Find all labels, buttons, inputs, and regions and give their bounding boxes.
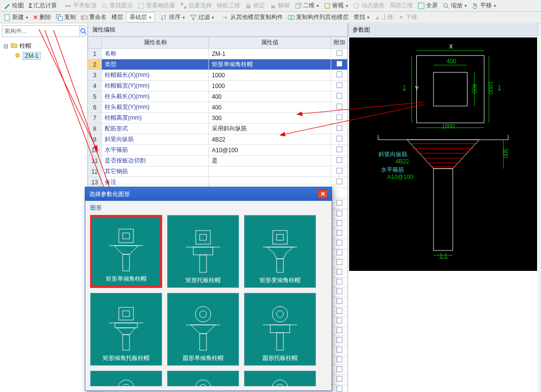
batch-icon <box>180 2 187 9</box>
svg-rect-54 <box>123 254 130 271</box>
search-box <box>2 25 85 37</box>
shape-card[interactable]: 圆形托板柱帽 <box>244 293 316 366</box>
table-row[interactable]: 12其它钢筋 <box>88 166 348 177</box>
table-row[interactable]: 13备注 <box>88 177 348 188</box>
table-row[interactable]: 1名称ZM-1 <box>88 49 348 59</box>
move-up-button[interactable]: ▲上移 <box>373 13 395 22</box>
sec-mark-1a: 1 <box>403 84 406 91</box>
fullscreen-button[interactable]: 全屏 <box>416 1 440 10</box>
svg-point-83 <box>195 380 211 386</box>
parameter-diagram: X Y 400 400 1000 1000 1 1 300 斜竖向纵筋 4B22… <box>349 37 537 271</box>
steel-qty-button[interactable]: 查看钢筋量 <box>136 1 177 10</box>
svg-rect-19 <box>288 16 291 19</box>
batch-select-button[interactable]: 批量选择 <box>178 1 214 10</box>
rebar3d-button[interactable]: 钢筋三维 <box>215 1 242 10</box>
lock-icon <box>245 2 252 9</box>
extra-checkbox[interactable] <box>336 61 342 67</box>
table-row[interactable]: 11是否按板边切割是 <box>88 156 348 166</box>
shape-card[interactable] <box>167 371 239 386</box>
svg-point-72 <box>200 311 206 318</box>
table-row[interactable]: 5柱头截长(X)(mm)400 <box>88 91 348 102</box>
extra-checkbox[interactable] <box>336 136 342 142</box>
new-icon <box>4 14 11 21</box>
svg-rect-11 <box>418 3 424 9</box>
find-button[interactable]: 查找▾ <box>352 13 372 22</box>
extra-checkbox[interactable] <box>336 104 342 109</box>
delete-button[interactable]: ✕删除 <box>31 13 53 22</box>
rename-button[interactable]: 重命名 <box>79 13 109 22</box>
search-button[interactable] <box>79 26 87 36</box>
twod-button[interactable]: 二维▾ <box>293 1 321 10</box>
svg-rect-79 <box>270 325 290 333</box>
shape-card[interactable]: 矩形单倾角柱帽 <box>90 215 162 288</box>
component-tree: ⊟柱帽 ZM-1 <box>0 39 87 63</box>
dim-300: 300 <box>502 148 509 158</box>
search-icon <box>80 28 87 35</box>
sec-mark-1b: 1 <box>498 84 501 91</box>
label-section: 1-1 <box>439 252 448 259</box>
dialog-titlebar[interactable]: 选择参数化图形 ✕ <box>85 187 332 201</box>
extra-checkbox[interactable] <box>336 71 342 77</box>
svg-point-76 <box>272 306 288 322</box>
extra-checkbox[interactable] <box>336 125 342 131</box>
table-row[interactable]: 3柱帽截长(X)(mm)1000 <box>88 70 348 81</box>
table-row[interactable]: 4柱帽截宽(Y)(mm)1000 <box>88 81 348 91</box>
svg-marker-53 <box>114 246 138 254</box>
floor-label: 楼层 <box>110 13 125 22</box>
folder-icon <box>11 42 18 50</box>
table-row[interactable]: 9斜竖向纵筋4B22 <box>88 134 348 145</box>
extra-checkbox[interactable] <box>336 200 342 206</box>
shape-card[interactable] <box>244 371 316 386</box>
extra-checkbox[interactable] <box>336 178 342 184</box>
sum-button[interactable]: Σ汇总计算 <box>27 1 59 10</box>
svg-point-1 <box>102 3 106 7</box>
extra-checkbox[interactable] <box>336 146 342 152</box>
svg-rect-14 <box>5 15 9 20</box>
dialog-tab[interactable]: 图形 <box>85 201 332 215</box>
shape-card[interactable]: 矩形托板柱帽 <box>167 215 239 288</box>
svg-rect-59 <box>200 255 206 272</box>
table-row[interactable]: 10水平箍筋A10@100 <box>88 145 348 156</box>
filter-button[interactable]: 过滤▾ <box>188 13 216 22</box>
search-input[interactable] <box>2 26 79 36</box>
table-row[interactable]: 2类型矩形单倾角柱帽 <box>88 59 348 70</box>
close-button[interactable]: ✕ <box>318 190 328 198</box>
extra-checkbox[interactable] <box>336 168 342 174</box>
dyn-view-button[interactable]: 动态观察 <box>351 1 387 10</box>
local3d-button[interactable]: 局部三维 <box>388 1 415 10</box>
shape-card[interactable]: 矩形变倾角柱帽 <box>244 215 316 288</box>
copy-from-button[interactable]: 从其他楼层复制构件 <box>220 13 285 22</box>
pan-button[interactable]: 平移▾ <box>470 1 498 10</box>
extra-checkbox[interactable] <box>336 157 342 163</box>
copy-button[interactable]: 复制 <box>54 13 78 22</box>
extra-checkbox[interactable] <box>336 82 342 88</box>
table-row[interactable]: 6柱头截宽(Y)(mm)400 <box>88 102 348 113</box>
extra-checkbox[interactable] <box>336 50 342 56</box>
move-down-button[interactable]: ▼下移 <box>396 13 419 22</box>
shape-card[interactable]: 圆形单倾角柱帽 <box>167 293 239 366</box>
iso-button[interactable]: 俯视▾ <box>322 1 350 10</box>
extra-checkbox[interactable] <box>336 114 342 120</box>
base-floor-select[interactable]: 基础层▾ <box>126 12 155 22</box>
svg-point-21 <box>81 29 85 33</box>
new-button[interactable]: 新建▾ <box>2 13 30 22</box>
zoom-button[interactable]: 缩放▾ <box>441 1 469 10</box>
table-row[interactable]: 8配筋形式采用斜向纵筋 <box>88 124 348 134</box>
unlock-button[interactable]: 解锁 <box>268 1 292 10</box>
extra-checkbox[interactable] <box>336 93 342 99</box>
sort-button[interactable]: 排序▾ <box>159 13 187 22</box>
table-row[interactable]: 7柱帽高度(mm)300 <box>88 113 348 124</box>
shape-card[interactable] <box>90 371 162 386</box>
lock-button[interactable]: 锁定 <box>243 1 267 10</box>
tree-root[interactable]: ⊟柱帽 <box>3 41 84 51</box>
fullscreen-icon <box>418 2 425 9</box>
tree-child[interactable]: ZM-1 <box>3 51 84 61</box>
label-4b22: 4B22 <box>395 158 409 165</box>
copy-to-button[interactable]: 复制构件到其他楼层 <box>286 13 351 22</box>
svg-rect-6 <box>246 5 250 8</box>
find-elem-button[interactable]: 查找图元 <box>99 1 135 10</box>
shape-card[interactable]: 矩形倾角托板柱帽 <box>90 293 162 366</box>
draw-button[interactable]: 绘图 <box>2 1 26 10</box>
flat-button[interactable]: 平齐板顶 <box>63 1 98 10</box>
svg-rect-75 <box>200 334 206 350</box>
